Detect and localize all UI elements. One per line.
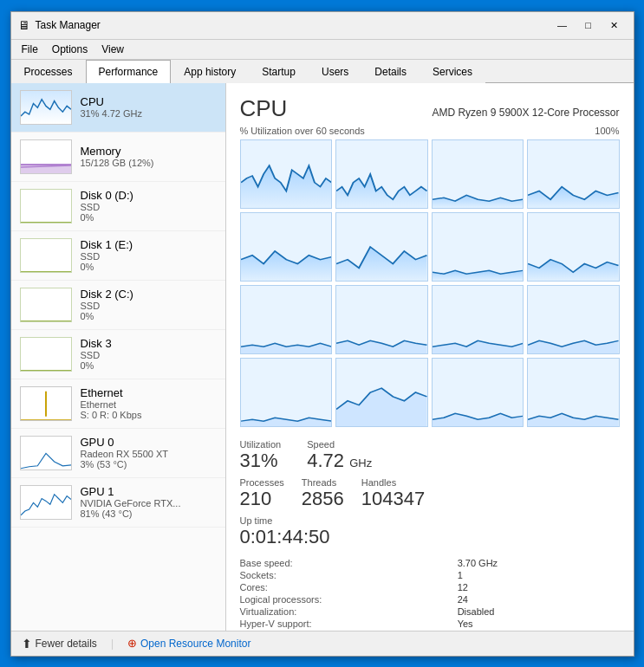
- title-bar: 🖥 Task Manager — □ ✕: [11, 12, 634, 40]
- util-label-text: % Utilization over 60 seconds: [240, 126, 365, 136]
- tab-services[interactable]: Services: [420, 60, 485, 83]
- cpu-graph-14: [432, 358, 524, 427]
- menu-options[interactable]: Options: [47, 42, 93, 57]
- disk3-info: Disk 3 SSD 0%: [81, 337, 217, 371]
- gpu1-detail2: 81% (43 °C): [81, 508, 217, 519]
- tab-app-history[interactable]: App history: [171, 60, 249, 83]
- tab-users[interactable]: Users: [309, 60, 361, 83]
- cpu-info: CPU 31% 4.72 GHz: [81, 95, 217, 119]
- cpu-thumbnail: [20, 90, 72, 125]
- threads-stat: Threads 2856: [302, 477, 344, 510]
- memory-info: Memory 15/128 GB (12%): [81, 145, 217, 168]
- svg-marker-3: [241, 165, 332, 208]
- footer-divider: |: [111, 638, 114, 650]
- disk2-detail1: SSD: [81, 301, 217, 311]
- sidebar-item-gpu1[interactable]: GPU 1 NVIDIA GeForce RTX... 81% (43 °C): [11, 478, 225, 528]
- util-stat-value: 31%: [240, 450, 282, 472]
- util-stat: Utilization 31%: [240, 439, 282, 472]
- menu-bar: File Options View: [11, 40, 634, 60]
- cpu-name: CPU: [81, 95, 217, 108]
- disk0-detail2: 0%: [81, 212, 217, 223]
- disk3-name: Disk 3: [81, 337, 217, 350]
- stats-row-1: Utilization 31% Speed 4.72 GHz: [240, 439, 620, 472]
- memory-name: Memory: [81, 145, 217, 158]
- cpu-graph-6: [432, 212, 524, 282]
- tab-performance[interactable]: Performance: [86, 60, 172, 83]
- uptime-value: 0:01:44:50: [240, 526, 620, 548]
- cpu-graph-3: [527, 139, 620, 209]
- cpu-detail: 31% 4.72 GHz: [81, 108, 217, 119]
- disk0-thumbnail: [20, 189, 72, 223]
- fewer-details-button[interactable]: ⬆ Fewer details: [22, 637, 97, 651]
- sidebar-item-disk0[interactable]: Disk 0 (D:) SSD 0%: [11, 182, 225, 231]
- title-bar-left: 🖥 Task Manager: [18, 18, 101, 32]
- disk1-detail1: SSD: [81, 251, 217, 262]
- disk1-info: Disk 1 (E:) SSD 0%: [81, 238, 217, 272]
- tab-processes[interactable]: Processes: [11, 60, 86, 83]
- sidebar-item-disk3[interactable]: Disk 3 SSD 0%: [11, 330, 225, 379]
- virt-value: Disabled: [458, 606, 620, 617]
- disk2-name: Disk 2 (C:): [81, 288, 217, 301]
- speed-stat: Speed 4.72 GHz: [307, 439, 372, 472]
- virt-label: Virtualization:: [240, 606, 444, 617]
- gpu0-info: GPU 0 Radeon RX 5500 XT 3% (53 °C): [81, 436, 217, 469]
- disk0-info: Disk 0 (D:) SSD 0%: [81, 189, 217, 223]
- content-area: CPU 31% 4.72 GHz Memory 15/128 GB (12%): [11, 83, 634, 631]
- cpu-info-grid: Base speed: 3.70 GHz Sockets: 1 Cores: 1…: [240, 558, 620, 631]
- cpu-graph-7: [527, 212, 620, 282]
- close-button[interactable]: ✕: [602, 16, 627, 34]
- threads-label: Threads: [302, 477, 344, 488]
- tab-details[interactable]: Details: [361, 60, 420, 83]
- cores-value: 12: [458, 582, 620, 593]
- disk1-thumbnail: [20, 238, 72, 273]
- processes-value: 210: [240, 488, 284, 510]
- base-speed-value: 3.70 GHz: [458, 558, 620, 568]
- sidebar-item-ethernet[interactable]: Ethernet Ethernet S: 0 R: 0 Kbps: [11, 379, 225, 429]
- minimize-button[interactable]: —: [550, 16, 575, 34]
- disk3-detail1: SSD: [81, 350, 217, 360]
- cpu-graph-5: [335, 212, 428, 282]
- gpu0-name: GPU 0: [81, 436, 217, 449]
- sidebar-item-disk1[interactable]: Disk 1 (E:) SSD 0%: [11, 231, 225, 281]
- cpu-graphs: [240, 139, 620, 427]
- open-resource-monitor-link[interactable]: ⊕ Open Resource Monitor: [127, 637, 250, 650]
- util-max: 100%: [595, 126, 619, 136]
- cpu-graph-10: [432, 285, 524, 354]
- ethernet-info: Ethernet Ethernet S: 0 R: 0 Kbps: [81, 386, 217, 420]
- disk3-thumbnail: [20, 337, 72, 372]
- maximize-button[interactable]: □: [576, 16, 601, 34]
- processes-label: Processes: [240, 477, 284, 488]
- util-label: % Utilization over 60 seconds 100%: [240, 126, 620, 136]
- cpu-graph-2: [432, 139, 524, 209]
- processes-stat: Processes 210: [240, 477, 284, 510]
- gpu0-thumbnail: [20, 436, 72, 470]
- ethernet-detail2: S: 0 R: 0 Kbps: [81, 410, 217, 420]
- sidebar-item-gpu0[interactable]: GPU 0 Radeon RX 5500 XT 3% (53 °C): [11, 429, 225, 478]
- app-icon: 🖥: [18, 18, 30, 32]
- handles-value: 104347: [361, 488, 425, 510]
- speed-stat-label: Speed: [307, 439, 372, 450]
- tab-startup[interactable]: Startup: [249, 60, 309, 83]
- cpu-title: CPU: [240, 95, 288, 122]
- sidebar-item-disk2[interactable]: Disk 2 (C:) SSD 0%: [11, 281, 225, 330]
- monitor-icon: ⊕: [127, 637, 137, 650]
- gpu1-name: GPU 1: [81, 485, 217, 498]
- svg-marker-8: [336, 247, 427, 281]
- menu-file[interactable]: File: [16, 42, 43, 57]
- sidebar-item-memory[interactable]: Memory 15/128 GB (12%): [11, 133, 225, 182]
- disk2-detail2: 0%: [81, 311, 217, 321]
- speed-stat-value: 4.72 GHz: [307, 450, 372, 472]
- sidebar-item-cpu[interactable]: CPU 31% 4.72 GHz: [11, 83, 225, 133]
- disk2-thumbnail: [20, 288, 72, 322]
- gpu0-detail1: Radeon RX 5500 XT: [81, 449, 217, 459]
- disk2-info: Disk 2 (C:) SSD 0%: [81, 288, 217, 321]
- menu-view[interactable]: View: [96, 42, 129, 57]
- stats-row-2: Processes 210 Threads 2856 Handles 10434…: [240, 477, 620, 510]
- cpu-graph-8: [240, 285, 333, 354]
- logical-value: 24: [458, 594, 620, 605]
- handles-label: Handles: [361, 477, 425, 488]
- sockets-label: Sockets:: [240, 570, 444, 580]
- gpu1-detail1: NVIDIA GeForce RTX...: [81, 498, 217, 508]
- task-manager-window: 🖥 Task Manager — □ ✕ File Options View P…: [10, 11, 634, 657]
- threads-value: 2856: [302, 488, 344, 510]
